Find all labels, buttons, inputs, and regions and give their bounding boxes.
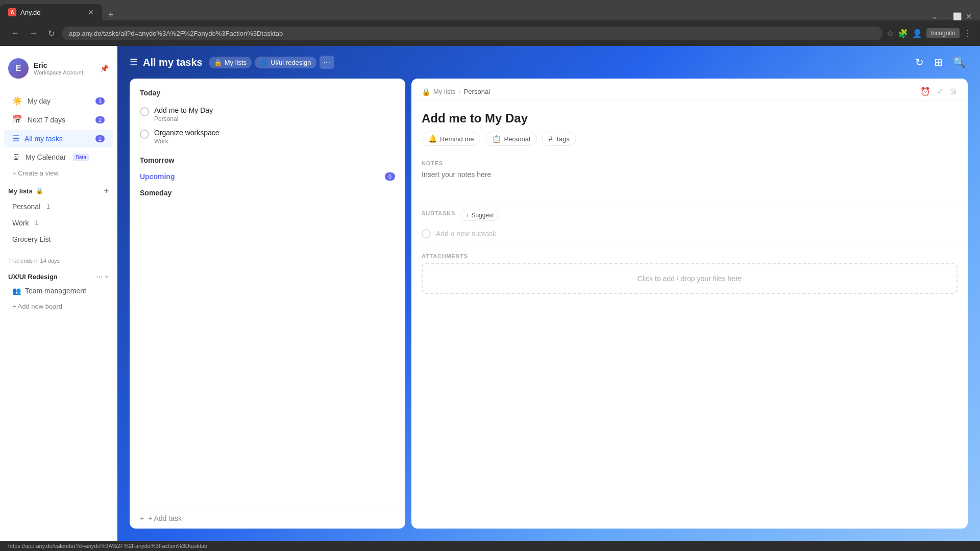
task-checkbox-0[interactable]: [140, 107, 149, 116]
page-header: ☰ All my tasks 🔒 My lists 👤 Ui/ui redesi…: [117, 46, 980, 79]
list-item-grocery[interactable]: Grocery List: [4, 232, 113, 247]
notes-input[interactable]: [422, 170, 958, 195]
task-detail-panel: 🔒 My lists › Personal ⏰ ✓ 🗑 Add me to My: [411, 79, 968, 529]
ui-tag-label: Ui/ui redesign: [271, 59, 311, 66]
page-title-area: ☰ All my tasks: [130, 57, 203, 68]
sidebar-user: E Eric Workspace Account 📌: [0, 54, 117, 87]
layout-icon[interactable]: ⊞: [932, 54, 945, 70]
task-name-1: Organize workspace: [154, 129, 395, 137]
bookmark-star-icon[interactable]: ☆: [887, 29, 894, 38]
close-btn[interactable]: ✕: [966, 12, 972, 20]
list-item-work[interactable]: Work 1: [4, 215, 113, 231]
tab-list-btn[interactable]: ⌄: [932, 12, 938, 20]
attachment-drop-label: Click to add / drop your files here: [638, 274, 742, 283]
main-area: ☰ All my tasks 🔒 My lists 👤 Ui/ui redesi…: [117, 46, 980, 541]
chip-tags[interactable]: # Tags: [542, 132, 576, 146]
attachments-section: ATTACHMENTS Click to add / drop your fil…: [411, 246, 968, 529]
detail-trash-icon[interactable]: 🗑: [949, 87, 958, 96]
attachment-drop-zone[interactable]: Click to add / drop your files here: [422, 263, 958, 294]
create-view-btn[interactable]: + Create a view: [4, 166, 113, 180]
calendar-icon: 🗓: [12, 153, 20, 162]
active-tab[interactable]: A Any.do ✕: [0, 4, 102, 20]
new-tab-btn[interactable]: +: [102, 10, 120, 20]
task-item-0[interactable]: Add me to My Day Personal: [140, 103, 395, 126]
grocery-label: Grocery List: [12, 235, 51, 243]
beta-badge: Beta: [73, 154, 89, 161]
chip-personal[interactable]: 📋 Personal: [485, 132, 536, 146]
board-dots-icon[interactable]: ⋯: [96, 273, 103, 281]
all-tasks-icon: ☰: [12, 134, 19, 143]
status-bar: https://app.any.do/calendar?d=anydo%3A%2…: [0, 541, 980, 551]
tasks-container: Today Add me to My Day Personal Orga: [117, 79, 980, 541]
menu-btn[interactable]: ⋮: [964, 29, 972, 38]
chip-tags-label: Tags: [556, 135, 570, 143]
detail-chips: 🔔 Remind me 📋 Personal # Tags: [411, 132, 968, 154]
task-sub-0: Personal: [154, 115, 395, 122]
suggest-btn[interactable]: + Suggest: [460, 210, 499, 221]
work-badge: 1: [35, 219, 38, 227]
detail-check-icon[interactable]: ✓: [937, 87, 943, 96]
status-bar-url: https://app.any.do/calendar?d=anydo%3A%2…: [8, 543, 207, 549]
plus-task-icon: +: [140, 514, 144, 522]
sidebar-item-calendar[interactable]: 🗓 My Calendar Beta: [4, 148, 113, 166]
forward-btn[interactable]: →: [27, 27, 41, 40]
task-item-1[interactable]: Organize workspace Work: [140, 126, 395, 148]
add-list-btn[interactable]: +: [104, 186, 109, 195]
task-checkbox-1[interactable]: [140, 130, 149, 139]
detail-header: 🔒 My lists › Personal ⏰ ✓ 🗑: [411, 79, 968, 101]
breadcrumb-parent[interactable]: My lists: [433, 88, 455, 95]
task-text-area-0: Add me to My Day Personal: [154, 106, 395, 122]
maximize-btn[interactable]: ⬜: [953, 12, 962, 20]
add-board-btn[interactable]: + Add new board: [4, 299, 113, 314]
back-btn[interactable]: ←: [8, 27, 22, 40]
my-day-icon: ☀️: [12, 96, 22, 106]
pin-icon[interactable]: 📌: [100, 64, 109, 72]
board-header: UX/UI Redesign ⋯ +: [0, 268, 117, 283]
browser-tabs: A Any.do ✕ + ⌄ — ⬜ ✕: [0, 0, 980, 20]
sidebar-item-all-tasks[interactable]: ☰ All my tasks 2: [4, 130, 113, 147]
profile-icon[interactable]: 👤: [912, 29, 922, 38]
main-content: ☰ All my tasks 🔒 My lists 👤 Ui/ui redesi…: [117, 46, 980, 541]
my-day-label: My day: [28, 97, 51, 105]
app-wrapper: E Eric Workspace Account 📌 ☀️ My day 1 📅…: [0, 46, 980, 541]
sidebar-item-next7[interactable]: 📅 Next 7 days 2: [4, 111, 113, 129]
personal-label: Personal: [12, 203, 40, 211]
my-lists-label: My lists: [8, 187, 33, 195]
task-text-area-1: Organize workspace Work: [154, 129, 395, 145]
board-actions: ⋯ +: [96, 273, 109, 281]
chip-remind[interactable]: 🔔 Remind me: [422, 132, 480, 146]
subtask-placeholder[interactable]: Add a new subtask: [436, 230, 496, 238]
more-options-btn[interactable]: ···: [320, 56, 334, 69]
add-task-label: + Add task: [148, 514, 182, 522]
add-task-btn[interactable]: + + Add task: [140, 514, 182, 522]
next7-icon: 📅: [12, 115, 22, 124]
sidebar: E Eric Workspace Account 📌 ☀️ My day 1 📅…: [0, 46, 117, 541]
user-info: Eric Workspace Account: [34, 61, 95, 76]
create-view-label: + Create a view: [12, 169, 59, 177]
extension-icon[interactable]: 🧩: [898, 29, 908, 38]
chip-remind-label: Remind me: [440, 135, 474, 143]
notes-label: NOTES: [422, 160, 958, 166]
header-tag-ui-redesign[interactable]: 👤 Ui/ui redesign: [255, 57, 316, 68]
board-item-team[interactable]: 👥 Team management: [4, 283, 113, 298]
board-add-icon[interactable]: +: [105, 273, 109, 281]
header-tag-my-lists[interactable]: 🔒 My lists: [209, 57, 252, 68]
browser-toolbar: ← → ↻ ☆ 🧩 👤 Incognito ⋮: [0, 20, 980, 46]
refresh-icon[interactable]: ↻: [913, 54, 926, 70]
hash-icon: #: [549, 135, 553, 143]
next7-badge: 2: [95, 116, 105, 123]
upcoming-section-title[interactable]: Upcoming: [140, 172, 175, 181]
board-label: UX/UI Redesign: [8, 273, 58, 281]
reload-btn[interactable]: ↻: [45, 27, 58, 40]
list-item-personal[interactable]: Personal 1: [4, 199, 113, 214]
minimize-btn[interactable]: —: [942, 12, 949, 20]
sidebar-item-my-day[interactable]: ☀️ My day 1: [4, 92, 113, 110]
tab-close-btn[interactable]: ✕: [88, 8, 94, 16]
list-icon: 📋: [492, 135, 501, 143]
address-bar[interactable]: [62, 27, 883, 40]
trial-notice: Trial ends in 14 days: [0, 254, 117, 268]
avatar: E: [8, 58, 29, 79]
search-icon[interactable]: 🔍: [951, 54, 968, 70]
subtask-checkbox[interactable]: [422, 229, 431, 238]
detail-clock-icon[interactable]: ⏰: [920, 87, 930, 96]
